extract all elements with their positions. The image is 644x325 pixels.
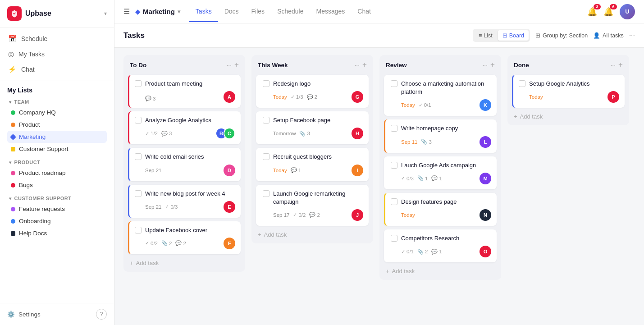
- list-view-button[interactable]: ≡ List: [474, 31, 497, 41]
- comment-count: 2: [183, 241, 186, 246]
- task-card-write-cold-email[interactable]: Write cold email series Sep 21 D: [128, 148, 241, 181]
- company-hq-dot: [11, 110, 15, 115]
- tab-chat[interactable]: Chat: [351, 1, 377, 22]
- tab-messages[interactable]: Messages: [310, 1, 352, 22]
- add-task-done[interactable]: + Add task: [507, 110, 629, 125]
- sidebar-item-marketing[interactable]: Marketing: [7, 131, 107, 143]
- task-card-launch-google-remarketing[interactable]: Launch Google remarketing campaign Sep 1…: [256, 185, 369, 226]
- task-card-design-features-page[interactable]: Design features page Today N: [384, 193, 497, 226]
- column-add-icon-done[interactable]: +: [618, 60, 623, 69]
- task-checkbox[interactable]: [391, 198, 397, 205]
- task-avatar: N: [480, 209, 491, 221]
- more-options-button[interactable]: ···: [629, 32, 635, 40]
- sidebar-item-help-docs[interactable]: Help Docs: [7, 227, 107, 239]
- task-card-choose-marketing-automation[interactable]: Choose a marketing automation platform T…: [384, 75, 497, 116]
- task-checkbox[interactable]: [263, 80, 269, 87]
- task-checkbox[interactable]: [391, 80, 397, 87]
- column-add-icon-todo[interactable]: +: [234, 60, 239, 69]
- tab-schedule[interactable]: Schedule: [271, 1, 310, 22]
- sidebar-item-product-roadmap[interactable]: Product roadmap: [7, 167, 107, 179]
- product-section-header[interactable]: ▾ PRODUCT: [7, 158, 107, 167]
- comment-icon: 💬: [161, 131, 168, 137]
- sidebar-logo[interactable]: Upbase ▾: [0, 0, 114, 27]
- customer-support-section-header[interactable]: ▾ CUSTOMER SUPPORT: [7, 194, 107, 203]
- task-card-setup-facebook-page[interactable]: Setup Facebook page Tomorrow 📎3 H: [256, 111, 369, 144]
- task-card-launch-google-ads[interactable]: Lauch Google Ads campaign ✓0/3 📎1 💬1 M: [384, 156, 497, 189]
- add-task-todo[interactable]: + Add task: [123, 256, 245, 272]
- notifications-button[interactable]: 🔔 3: [587, 7, 597, 17]
- task-checkbox[interactable]: [519, 80, 525, 87]
- task-checkbox[interactable]: [263, 117, 269, 124]
- tab-files[interactable]: Files: [245, 1, 271, 22]
- sidebar-item-feature-requests[interactable]: Feature requests: [7, 203, 107, 215]
- progress-count: 0/1: [406, 249, 414, 254]
- all-tasks-icon: 👤: [593, 32, 600, 39]
- sidebar-item-bugs[interactable]: Bugs: [7, 179, 107, 191]
- task-card-update-facebook-cover[interactable]: Update Facebook cover ✓0/2 📎2 💬2 F: [128, 221, 241, 254]
- comment-icon: 💬: [431, 249, 438, 255]
- board-view-button[interactable]: ⊞ Board: [498, 30, 529, 41]
- sidebar-item-schedule[interactable]: 📅 Schedule: [0, 31, 114, 46]
- sidebar-item-product[interactable]: Product: [7, 119, 107, 131]
- sidebar: Upbase ▾ 📅 Schedule ◎ My Tasks ⚡ Chat My…: [0, 0, 114, 325]
- task-checkbox[interactable]: [263, 153, 269, 160]
- task-checkbox[interactable]: [391, 235, 397, 242]
- task-card-write-new-blog-post[interactable]: Write new blog post for week 4 Sep 21 ✓0…: [128, 185, 241, 218]
- task-card-setup-google-analytics[interactable]: Setup Google Analytics Today P: [512, 75, 625, 108]
- task-card-redesign-logo[interactable]: Redesign logo Today ✓1/3 💬2 G: [256, 75, 369, 108]
- project-title[interactable]: ◆ Marketing ▾: [135, 8, 180, 15]
- hamburger-icon[interactable]: ☰: [123, 7, 130, 16]
- task-card-product-team-meeting[interactable]: Product team meeting 💬3 A: [128, 75, 241, 108]
- task-avatar: M: [480, 173, 491, 184]
- column-title-review: Review: [386, 62, 480, 69]
- team-section-header[interactable]: ▾ TEAM: [7, 97, 107, 106]
- task-name: Recruit guest bloggers: [273, 153, 363, 161]
- task-checkbox[interactable]: [135, 80, 142, 87]
- task-name: Product team meeting: [145, 80, 235, 88]
- task-avatar: A: [224, 91, 235, 103]
- column-add-icon-this-week[interactable]: +: [362, 60, 367, 69]
- task-checkbox[interactable]: [135, 153, 142, 160]
- task-card-recruit-guest-bloggers[interactable]: Recruit guest bloggers Today 💬1 I: [256, 148, 369, 181]
- group-by-button[interactable]: ⊞ Group by: Section: [535, 32, 588, 39]
- column-header-todo: To Do ··· +: [123, 55, 245, 73]
- view-toggle: ≡ List ⊞ Board: [473, 29, 530, 42]
- settings-item[interactable]: ⚙️ Settings: [7, 311, 41, 318]
- sidebar-item-chat[interactable]: ⚡ Chat: [0, 62, 114, 77]
- column-more-icon-todo[interactable]: ···: [226, 61, 232, 69]
- tab-tasks[interactable]: Tasks: [189, 1, 218, 22]
- add-task-review[interactable]: + Add task: [379, 264, 501, 280]
- task-card-analyze-google-analytics[interactable]: Analyze Google Analytics ✓1/2 💬3 B C: [128, 111, 241, 144]
- customer-support-dot: [11, 147, 15, 151]
- sidebar-item-customer-support[interactable]: Customer Support: [7, 143, 107, 155]
- tab-docs[interactable]: Docs: [218, 1, 245, 22]
- check-icon: ✓: [293, 212, 297, 218]
- task-checkbox[interactable]: [391, 162, 397, 169]
- sidebar-collapse-icon[interactable]: ▾: [104, 10, 107, 17]
- column-more-icon-done[interactable]: ···: [610, 61, 616, 69]
- task-checkbox[interactable]: [135, 190, 142, 197]
- task-checkbox[interactable]: [135, 227, 142, 233]
- task-checkbox[interactable]: [135, 117, 142, 124]
- sidebar-item-onboarding[interactable]: Onboarding: [7, 215, 107, 227]
- attach-icon: 📎: [417, 175, 424, 181]
- group-by-label: Group by: Section: [543, 32, 588, 39]
- column-add-icon-review[interactable]: +: [490, 60, 495, 69]
- sidebar-item-company-hq[interactable]: Company HQ: [7, 106, 107, 119]
- board-view-icon: ⊞: [502, 32, 507, 39]
- column-more-icon-this-week[interactable]: ···: [354, 61, 360, 69]
- feature-requests-label: Feature requests: [19, 206, 65, 212]
- task-card-write-homepage-copy[interactable]: Write homepage copy Sep 11 📎3 L: [384, 119, 497, 152]
- add-task-this-week[interactable]: + Add task: [251, 228, 373, 243]
- app-logo-icon: [7, 6, 22, 21]
- task-card-competitors-research[interactable]: Competitors Research ✓0/1 📎2 💬1 O: [384, 229, 497, 262]
- team-section-label: TEAM: [14, 99, 29, 105]
- all-tasks-button[interactable]: 👤 All tasks: [593, 32, 624, 39]
- task-checkbox[interactable]: [391, 125, 397, 132]
- user-avatar[interactable]: U: [620, 4, 635, 19]
- sidebar-item-my-tasks[interactable]: ◎ My Tasks: [0, 46, 114, 62]
- alerts-button[interactable]: 🔔 6: [603, 7, 613, 17]
- task-checkbox[interactable]: [263, 190, 269, 197]
- column-more-icon-review[interactable]: ···: [482, 61, 488, 69]
- help-button[interactable]: ?: [96, 309, 107, 320]
